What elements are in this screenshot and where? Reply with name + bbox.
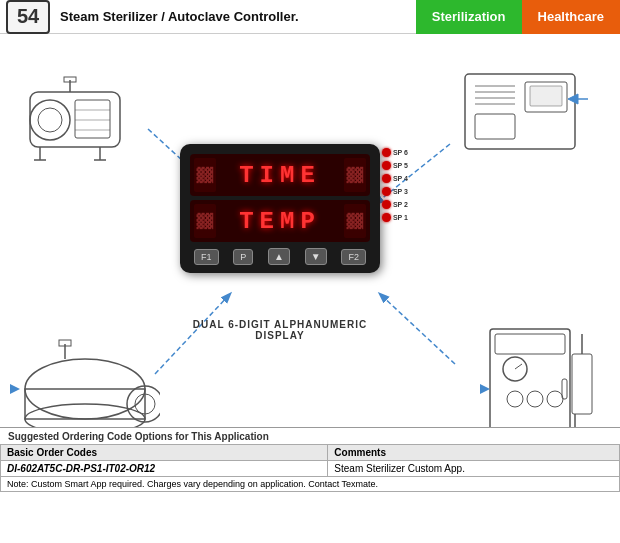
svg-rect-39 [490, 329, 570, 439]
sp1-indicator: SP 1 [382, 213, 408, 222]
sp3-indicator: SP 3 [382, 187, 408, 196]
sp6-indicator: SP 6 [382, 148, 408, 157]
svg-rect-19 [530, 86, 562, 106]
sp2-indicator: SP 2 [382, 200, 408, 209]
sp4-indicator: SP 4 [382, 174, 408, 183]
btn-p[interactable]: P [233, 249, 253, 265]
svg-rect-51 [572, 354, 592, 414]
btn-up[interactable]: ▲ [268, 248, 290, 265]
svg-rect-7 [75, 100, 110, 138]
display-line2: TEMP [239, 208, 321, 235]
header-title: Steam Sterilizer / Autoclave Controller. [56, 9, 416, 24]
svg-point-6 [38, 108, 62, 132]
svg-point-45 [547, 391, 563, 407]
badge-sterilization: Sterilization [416, 0, 522, 34]
header-number: 54 [6, 0, 50, 34]
order-comment: Steam Sterilizer Custom App. [328, 461, 620, 477]
badge-healthcare: Healthcare [522, 0, 620, 34]
controller-inner: ▓▓ TIME ▓▓ ▓▓ T [180, 144, 380, 273]
svg-marker-38 [10, 384, 20, 394]
controller-unit: ▓▓ TIME ▓▓ ▓▓ T [180, 144, 380, 273]
btn-f2[interactable]: F2 [341, 249, 366, 265]
display-line1: TIME [239, 162, 321, 189]
col-header-comments: Comments [328, 445, 620, 461]
main-area: ▓▓ TIME ▓▓ ▓▓ T [0, 34, 620, 494]
svg-point-43 [507, 391, 523, 407]
svg-point-44 [527, 391, 543, 407]
svg-rect-24 [475, 114, 515, 139]
note-row: Note: Custom Smart App required. Charges… [1, 477, 620, 492]
machine-top-right [460, 64, 600, 174]
autoclave-top-left [20, 72, 150, 167]
col-header-codes: Basic Order Codes [1, 445, 328, 461]
svg-line-3 [380, 294, 455, 364]
table-title: Suggested Ordering Code Options for This… [0, 428, 620, 444]
header: 54 Steam Sterilizer / Autoclave Controll… [0, 0, 620, 34]
svg-rect-40 [495, 334, 565, 354]
display-label: DUAL 6-DIGIT ALPHANUMERIC DISPLAY [180, 319, 380, 341]
bottom-table: Suggested Ordering Code Options for This… [0, 427, 620, 494]
svg-marker-54 [480, 384, 490, 394]
svg-point-5 [30, 100, 70, 140]
sp5-indicator: SP 5 [382, 161, 408, 170]
svg-line-42 [515, 364, 522, 369]
btn-down[interactable]: ▼ [305, 248, 327, 265]
order-code: DI-602AT5C-DR-PS1-IT02-OR12 [1, 461, 328, 477]
btn-f1[interactable]: F1 [194, 249, 219, 265]
table-row: DI-602AT5C-DR-PS1-IT02-OR12 Steam Steril… [1, 461, 620, 477]
note-text: Note: Custom Smart App required. Charges… [1, 477, 620, 492]
order-table: Basic Order Codes Comments DI-602AT5C-DR… [0, 444, 620, 492]
